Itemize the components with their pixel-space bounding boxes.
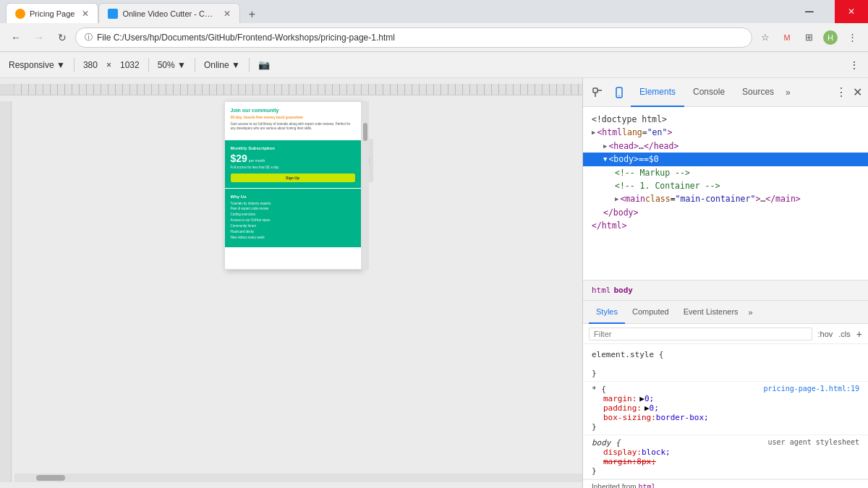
selector-text: element.style {: [592, 350, 663, 359]
css-selector-element-style: element.style {: [592, 350, 859, 359]
css-padding-val: 0;: [650, 403, 659, 413]
list-item: Peer & expert code review: [231, 207, 355, 211]
tree-comment-container: <!-- 1. Container -->: [615, 179, 720, 192]
camera-icon[interactable]: 📷: [258, 59, 270, 70]
tree-lang-attr: lang: [622, 126, 642, 139]
style-tab-event-listeners[interactable]: Event Listeners: [676, 301, 746, 324]
close-button[interactable]: ✕: [835, 0, 868, 23]
inspect-icon[interactable]: [589, 84, 606, 101]
tree-eq: =: [642, 126, 647, 139]
tree-head-tag: <head>: [608, 140, 639, 153]
viewport-height[interactable]: 1032: [120, 60, 140, 70]
forward-button[interactable]: →: [29, 27, 49, 48]
mobile-icon[interactable]: [610, 84, 628, 101]
filter-cls-button[interactable]: .cls: [838, 330, 851, 338]
list-item: Coding exercises: [231, 213, 355, 217]
filter-plus-button[interactable]: +: [856, 328, 862, 340]
tab-video-cutter[interactable]: Online Video Cutter - Cut Video ✕: [98, 3, 240, 23]
address-bar[interactable]: ⓘ File C:/Users/hp/Documents/GitHub/Fron…: [75, 27, 752, 48]
tree-doctype: <!doctype html>: [592, 113, 667, 126]
card-price: $29 per month: [231, 153, 355, 164]
profile-button[interactable]: H: [820, 27, 841, 48]
zoom-selector[interactable]: 50% ▼: [158, 60, 186, 70]
main-expand-arrow[interactable]: ▶: [615, 194, 618, 204]
css-boxsizing-val: border-box;: [656, 413, 709, 422]
tree-line-body[interactable]: ▼ <body> == $0: [583, 153, 868, 166]
gmail-icon[interactable]: M: [777, 27, 797, 48]
breadcrumb-html[interactable]: html: [592, 286, 611, 295]
tab-pricing-page[interactable]: Pricing Page ✕: [6, 3, 98, 23]
page-scrollbar[interactable]: [362, 101, 369, 270]
viewport-width[interactable]: 380: [83, 60, 98, 70]
tab-sources[interactable]: Sources: [733, 78, 783, 107]
ruler-left: [0, 101, 12, 482]
nav-right-icons: ☆ M ⊞ H ⋮: [755, 27, 862, 48]
refresh-button[interactable]: ↻: [52, 27, 72, 48]
minimize-button[interactable]: ─: [793, 0, 826, 23]
styles-more-icon[interactable]: »: [749, 308, 753, 317]
css-bodymargin-val: 8px;: [637, 457, 656, 466]
breadcrumb-body[interactable]: body: [614, 286, 634, 295]
css-prop-line: [592, 359, 859, 369]
styles-tabs: Styles Computed Event Listeners »: [583, 301, 868, 324]
devtools-options-icon[interactable]: ⋮: [835, 85, 847, 99]
html-tree: <!doctype html> ▶ <html lang = "en" > ▶ …: [583, 107, 868, 281]
horizontal-scrollbar[interactable]: [14, 474, 582, 482]
tab1-title: Pricing Page: [30, 9, 75, 18]
css-source-link[interactable]: pricing-page-1.html:19: [764, 385, 859, 394]
bookmark-button[interactable]: ☆: [755, 27, 775, 48]
devtools-left-icons: [589, 84, 628, 101]
signup-button[interactable]: Sign Up: [231, 174, 355, 182]
pricing-title: Join our community: [231, 108, 355, 113]
tree-body-close-tag: </body>: [603, 206, 638, 219]
responsive-selector[interactable]: Responsive ▼: [9, 60, 65, 70]
filter-input[interactable]: [589, 328, 812, 341]
filter-hov-button[interactable]: :hov: [818, 330, 833, 338]
more-options-button[interactable]: ⋮: [842, 27, 862, 48]
devtools-close-button[interactable]: ✕: [853, 85, 862, 99]
css-display-val: block;: [642, 448, 671, 457]
tab-elements[interactable]: Elements: [631, 78, 684, 107]
css-selector-body: body { user agent stylesheet: [592, 438, 859, 448]
tab2-close-icon[interactable]: ✕: [224, 9, 231, 19]
browser-window: Pricing Page ✕ Online Video Cutter - Cut…: [0, 0, 868, 488]
tree-main-tag: <main: [620, 192, 645, 205]
card-subtitle: Full access for less than $1 a day: [231, 166, 355, 169]
tree-line-main: ▶ <main class = "main-container" > … </m…: [592, 192, 859, 205]
svg-rect-0: [593, 88, 597, 93]
more-toolbar-icon[interactable]: ⋮: [849, 59, 859, 71]
tree-main-close-tag: </main>: [765, 192, 800, 205]
tab1-close-icon[interactable]: ✕: [82, 9, 89, 19]
css-boxsizing-line: box-sizing: border-box;: [592, 413, 859, 422]
extensions-icon[interactable]: ⊞: [799, 27, 819, 48]
tree-class-val: "main-container": [676, 192, 756, 205]
css-margin-line: margin: ▶ 0;: [592, 394, 859, 403]
list-item: New videos every week: [231, 236, 355, 240]
pricing-header: Join our community 30-day, hassle-free m…: [225, 102, 361, 137]
window-controls: ─ □ ✕: [793, 0, 862, 23]
tab-console[interactable]: Console: [684, 78, 733, 107]
css-margin-prop: margin:: [603, 394, 637, 403]
h-scrollbar-thumb: [36, 475, 65, 481]
css-padding-line: padding: ▶ 0;: [592, 403, 859, 413]
tree-html-close: >: [667, 126, 672, 139]
css-display-prop: display:: [603, 448, 642, 457]
body-expand-arrow[interactable]: ▼: [603, 154, 607, 164]
new-tab-button[interactable]: +: [243, 6, 260, 23]
online-selector[interactable]: Online ▼: [204, 60, 240, 70]
css-display-line: display: block;: [592, 448, 859, 457]
tabs-container: Pricing Page ✕ Online Video Cutter - Cut…: [6, 0, 793, 23]
style-tab-styles[interactable]: Styles: [589, 301, 625, 324]
head-expand-arrow[interactable]: ▶: [603, 141, 607, 151]
css-padding-expand[interactable]: ▶: [644, 403, 650, 413]
html-expand-arrow[interactable]: ▶: [592, 127, 595, 137]
back-button[interactable]: ←: [6, 27, 26, 48]
list-item: Access to our GitHub repos: [231, 218, 355, 223]
price-amount: $29: [231, 153, 247, 164]
style-tab-computed[interactable]: Computed: [625, 301, 676, 324]
browser-viewport: Join our community 30-day, hassle-free m…: [0, 78, 582, 488]
pricing-why-section: Why Us Tutorials by industry experts Pee…: [225, 189, 361, 247]
css-margin-expand[interactable]: ▶: [639, 394, 644, 403]
avatar: H: [823, 30, 838, 45]
devtools-more-tabs[interactable]: »: [783, 87, 793, 98]
